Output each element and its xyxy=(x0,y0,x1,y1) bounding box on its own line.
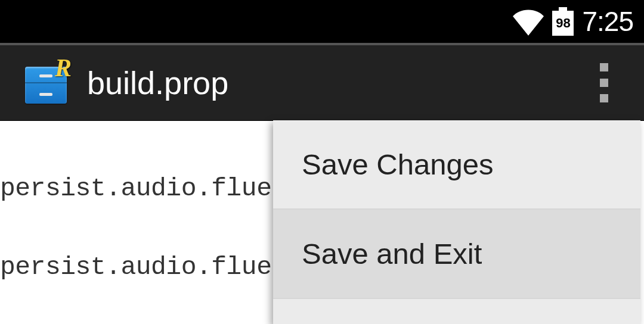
menu-item-save-and-exit[interactable]: Save and Exit xyxy=(273,210,640,299)
overflow-menu-button[interactable] xyxy=(600,63,608,102)
clock: 7:25 xyxy=(582,5,633,38)
battery-level: 98 xyxy=(556,15,570,31)
app-icon: R xyxy=(23,60,69,106)
wifi-icon xyxy=(513,6,544,37)
overflow-menu: Save Changes Save and Exit xyxy=(273,120,640,324)
app-bar: R build.prop xyxy=(0,43,644,120)
page-title: build.prop xyxy=(87,64,228,101)
battery-icon: 98 xyxy=(552,7,574,36)
menu-item-save-changes[interactable]: Save Changes xyxy=(273,120,640,210)
menu-item-label: Save Changes xyxy=(302,148,493,181)
menu-item-next[interactable] xyxy=(273,299,640,324)
status-bar: 98 7:25 xyxy=(0,0,644,43)
menu-item-label: Save and Exit xyxy=(302,237,482,270)
